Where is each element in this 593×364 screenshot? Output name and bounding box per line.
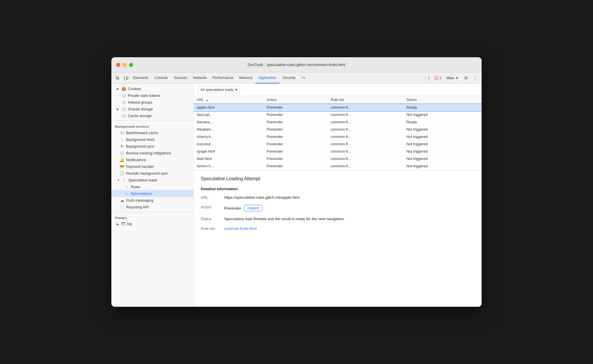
filter-dropdown-icon: ▾ bbox=[235, 87, 237, 92]
cell-status: Ready bbox=[403, 119, 482, 126]
cell-action: Prerender bbox=[264, 119, 328, 126]
sidebar-item-background-sync[interactable]: ↻ Background sync bbox=[111, 143, 193, 150]
sidebar-item-top-frame[interactable]: ▶ 🗔 top bbox=[111, 221, 193, 227]
table-row[interactable]: /coconut... Prerender common-fr... Not t… bbox=[194, 141, 482, 148]
sidebar-divider-2 bbox=[111, 212, 193, 212]
sidebar-item-cookies[interactable]: ▶ 🍪 Cookies bbox=[111, 85, 193, 92]
main-target-dropdown[interactable]: Main ▾ bbox=[444, 75, 460, 81]
table-row[interactable]: /apple.html Prerender common-fr... Ready bbox=[194, 104, 482, 111]
cell-ruleset: common-fr... bbox=[328, 104, 403, 111]
bounce-tracking-icon: ⬡ bbox=[120, 151, 124, 155]
sidebar-item-push-messaging[interactable]: ☁ Push messaging bbox=[111, 197, 193, 204]
main-layout: ▶ 🍪 Cookies ⬡ Private state tokens ⬡ Int… bbox=[111, 84, 482, 307]
detail-url-value: https://speculative-rules.glitch.me/appl… bbox=[224, 195, 299, 200]
tab-network[interactable]: Network bbox=[190, 73, 210, 83]
cell-url: /lemon.h... bbox=[194, 163, 264, 170]
cache-storage-icon: ⬡ bbox=[121, 114, 126, 118]
table-row[interactable]: /avocad... Prerender common-fr... Not tr… bbox=[194, 111, 482, 119]
reporting-api-icon: 📄 bbox=[120, 205, 124, 209]
sort-asc-icon: ▲ bbox=[206, 99, 208, 102]
close-button[interactable] bbox=[116, 63, 120, 67]
col-status[interactable]: Status bbox=[403, 96, 482, 104]
maximize-button[interactable] bbox=[129, 63, 133, 67]
sidebar-item-speculative-loads[interactable]: ▼ ↕ Speculative loads bbox=[111, 177, 193, 183]
payment-handler-icon: 💳 bbox=[120, 164, 124, 169]
detail-status-label: Status bbox=[201, 217, 224, 221]
errors-badge[interactable]: 🚫 2 bbox=[433, 75, 443, 81]
sidebar-item-background-fetch[interactable]: ↕ Background fetch bbox=[111, 136, 193, 143]
svg-rect-1 bbox=[127, 77, 128, 79]
tab-sources[interactable]: Sources bbox=[171, 73, 190, 83]
detail-status-value: Speculative load finished and the result… bbox=[224, 217, 345, 221]
more-options-icon[interactable]: ⋮ bbox=[471, 74, 479, 82]
minimize-button[interactable] bbox=[123, 63, 127, 67]
sidebar-item-back-forward-cache[interactable]: ⬡ Back/forward cache bbox=[111, 129, 193, 136]
expand-arrow-icon-shared: ▶ bbox=[116, 107, 120, 111]
sidebar-item-cache-storage[interactable]: ⬡ Cache storage bbox=[111, 112, 193, 119]
cell-action: Prerender bbox=[264, 141, 328, 148]
table-row[interactable]: /banana.... Prerender common-fr... Ready bbox=[194, 119, 482, 126]
cell-url: /grape.html bbox=[194, 148, 264, 155]
sidebar-item-speculations[interactable]: ↕ Speculations bbox=[111, 190, 193, 197]
tab-overflow[interactable]: >> bbox=[299, 73, 309, 83]
speculative-loads-table-container[interactable]: URL ▲ Action Rule set Status bbox=[194, 96, 482, 170]
window-controls bbox=[116, 63, 133, 67]
inspect-button[interactable]: Inspect bbox=[244, 205, 262, 211]
tab-memory[interactable]: Memory bbox=[236, 73, 255, 83]
speculations-icon: ↕ bbox=[124, 191, 129, 196]
detail-action-value-container: Prerender Inspect bbox=[224, 205, 262, 211]
warnings-badge[interactable]: ⚠ 2 bbox=[423, 75, 432, 81]
detail-action-row: Action Prerender Inspect bbox=[201, 205, 475, 211]
col-url[interactable]: URL ▲ bbox=[194, 96, 264, 104]
devtools-tabs-bar: Elements Console Sources Network Perform… bbox=[111, 73, 482, 84]
cell-ruleset: common-fr... bbox=[328, 155, 403, 163]
cell-ruleset: common-fr... bbox=[328, 111, 403, 119]
sidebar-item-payment-handler[interactable]: 💳 Payment handler bbox=[111, 163, 193, 170]
main-content: All speculative loads ▾ URL ▲ Act bbox=[194, 84, 482, 307]
table-row[interactable]: /lemon.h... Prerender common-fr... Not t… bbox=[194, 163, 482, 170]
sidebar-divider-1 bbox=[111, 120, 193, 121]
select-element-icon[interactable] bbox=[114, 74, 122, 82]
filter-dropdown[interactable]: All speculative loads ▾ bbox=[198, 86, 240, 93]
detail-ruleset-label: Rule set bbox=[201, 226, 224, 231]
detail-ruleset-row: Rule set common-fruits.html bbox=[201, 226, 475, 231]
table-row[interactable]: /grape.html Prerender common-fr... Not t… bbox=[194, 148, 482, 155]
cell-ruleset: common-fr... bbox=[328, 133, 403, 141]
detail-section-title: Detailed information bbox=[201, 187, 475, 191]
interest-groups-icon: ⬡ bbox=[121, 100, 126, 105]
table-row[interactable]: /kiwi.html Prerender common-fr... Not tr… bbox=[194, 155, 482, 163]
cell-status: Not triggered bbox=[403, 141, 482, 148]
settings-icon[interactable]: ⚙ bbox=[462, 74, 470, 82]
cell-status: Not triggered bbox=[403, 126, 482, 133]
sidebar-item-rules[interactable]: ↕ Rules bbox=[111, 183, 193, 190]
col-action[interactable]: Action bbox=[264, 96, 328, 104]
sidebar-item-periodic-bg-sync[interactable]: 🕐 Periodic background sync bbox=[111, 170, 193, 177]
tab-application[interactable]: Application bbox=[255, 73, 279, 83]
cell-status: Not triggered bbox=[403, 111, 482, 119]
sidebar-item-shared-storage[interactable]: ▶ ⬡ Shared storage bbox=[111, 106, 193, 112]
sidebar-item-bounce-tracking[interactable]: ⬡ Bounce tracking mitigations bbox=[111, 150, 193, 156]
speculative-loads-icon: ↕ bbox=[122, 178, 127, 182]
table-row[interactable]: /blueberr... Prerender common-fr... Not … bbox=[194, 126, 482, 133]
sidebar-item-private-state-tokens[interactable]: ⬡ Private state tokens bbox=[111, 92, 193, 99]
col-ruleset[interactable]: Rule set bbox=[328, 96, 403, 104]
cell-action: Prerender bbox=[264, 111, 328, 119]
tab-security[interactable]: Security bbox=[279, 73, 299, 83]
expand-arrow-icon: ▶ bbox=[116, 87, 120, 90]
device-mode-icon[interactable] bbox=[122, 74, 130, 82]
warning-icon: ⚠ bbox=[424, 76, 427, 80]
cell-action: Prerender bbox=[264, 104, 328, 111]
titlebar: DevTools - speculative-rules.glitch.me/c… bbox=[111, 57, 482, 73]
sidebar-item-interest-groups[interactable]: ⬡ Interest groups bbox=[111, 99, 193, 106]
background-fetch-icon: ↕ bbox=[120, 137, 124, 142]
tab-console[interactable]: Console bbox=[151, 73, 171, 83]
table-row[interactable]: /cherry.h... Prerender common-fr... Not … bbox=[194, 133, 482, 141]
tab-elements[interactable]: Elements bbox=[130, 73, 151, 83]
detail-ruleset-link[interactable]: common-fruits.html bbox=[224, 226, 257, 231]
svg-rect-0 bbox=[124, 77, 127, 80]
bg-services-label: Background services bbox=[111, 122, 193, 129]
sidebar-item-notifications[interactable]: 🔔 Notifications bbox=[111, 156, 193, 163]
tab-performance[interactable]: Performance bbox=[210, 73, 237, 83]
sidebar-item-reporting-api[interactable]: 📄 Reporting API bbox=[111, 204, 193, 210]
cell-action: Prerender bbox=[264, 133, 328, 141]
